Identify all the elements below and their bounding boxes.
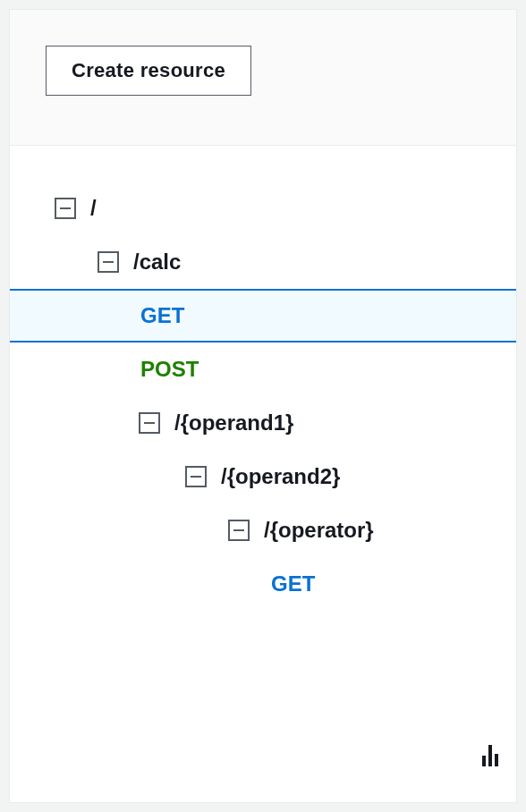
tree-row-operand1[interactable]: /{operand1} — [10, 396, 516, 450]
collapse-icon[interactable] — [185, 466, 207, 487]
resource-label-operand2: /{operand2} — [221, 464, 340, 489]
tree-row-calc-get[interactable]: GET — [10, 289, 516, 343]
tree-row-operator-get[interactable]: GET — [10, 557, 516, 611]
collapse-icon[interactable] — [98, 251, 119, 273]
resource-label-calc: /calc — [133, 250, 181, 275]
create-resource-button[interactable]: Create resource — [46, 46, 251, 96]
tree-row-operator[interactable]: /{operator} — [10, 503, 516, 557]
resource-label-root: / — [90, 196, 97, 221]
toolbar: Create resource — [10, 10, 516, 146]
resource-label-operator: /{operator} — [264, 518, 374, 543]
signal-icon — [482, 745, 498, 766]
collapse-icon[interactable] — [228, 520, 250, 541]
resource-tree: / /calc GET POST /{operand1} /{operand2}… — [10, 146, 516, 802]
tree-row-root[interactable]: / — [10, 182, 516, 235]
resource-label-operand1: /{operand1} — [174, 410, 293, 436]
collapse-icon[interactable] — [139, 412, 160, 434]
method-label-get: GET — [271, 571, 315, 596]
tree-row-calc-post[interactable]: POST — [10, 343, 516, 396]
resources-panel: Create resource / /calc GET POST /{opera… — [9, 9, 517, 803]
collapse-icon[interactable] — [55, 198, 76, 219]
method-label-post: POST — [140, 357, 199, 382]
tree-row-calc[interactable]: /calc — [10, 235, 516, 289]
method-label-get: GET — [140, 303, 184, 328]
tree-row-operand2[interactable]: /{operand2} — [10, 450, 516, 503]
